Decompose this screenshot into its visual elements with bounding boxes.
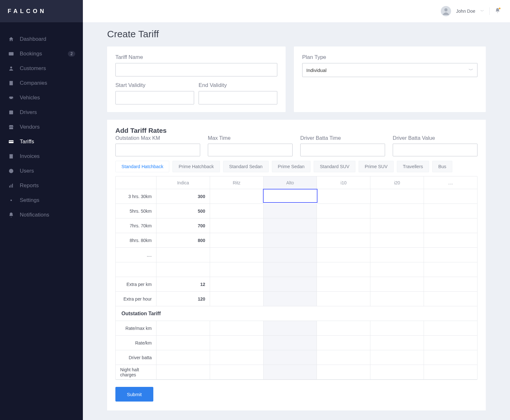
- table-cell[interactable]: [317, 277, 370, 292]
- table-cell[interactable]: 12: [157, 277, 210, 292]
- table-cell[interactable]: [264, 277, 317, 292]
- table-cell[interactable]: 500: [157, 204, 210, 218]
- tab-standard-suv[interactable]: Standard SUV: [314, 161, 355, 172]
- table-cell[interactable]: [424, 218, 477, 233]
- table-cell[interactable]: [157, 365, 210, 380]
- table-cell[interactable]: [317, 248, 370, 262]
- table-cell[interactable]: [370, 204, 424, 218]
- sidebar-item-invoices[interactable]: Invoices: [0, 149, 83, 164]
- table-cell[interactable]: 120: [157, 292, 210, 306]
- table-cell[interactable]: [424, 292, 477, 306]
- table-cell[interactable]: [424, 204, 477, 218]
- table-cell[interactable]: [370, 321, 424, 336]
- tab-standard-hatchback[interactable]: Standard Hatchback: [115, 161, 169, 172]
- submit-button[interactable]: Submit: [115, 387, 153, 402]
- table-cell[interactable]: 800: [157, 233, 210, 248]
- table-cell[interactable]: [157, 248, 210, 262]
- table-cell[interactable]: 700: [157, 218, 210, 233]
- table-cell[interactable]: [210, 248, 264, 262]
- table-cell[interactable]: [264, 218, 317, 233]
- table-cell[interactable]: [264, 350, 317, 365]
- table-cell[interactable]: [317, 292, 370, 306]
- table-cell[interactable]: [424, 277, 477, 292]
- table-cell[interactable]: [264, 336, 317, 350]
- table-cell[interactable]: [370, 336, 424, 350]
- table-cell[interactable]: [264, 365, 317, 380]
- outstation-km-input[interactable]: [115, 144, 200, 156]
- table-cell[interactable]: [210, 233, 264, 248]
- table-cell[interactable]: [157, 321, 210, 336]
- table-cell[interactable]: [370, 277, 424, 292]
- table-cell[interactable]: [210, 277, 264, 292]
- tab-prime-sedan[interactable]: Prime Sedan: [272, 161, 311, 172]
- table-cell[interactable]: [264, 262, 317, 277]
- sidebar-item-tariffs[interactable]: Tariffs: [0, 134, 83, 149]
- table-cell[interactable]: [264, 204, 317, 218]
- table-cell[interactable]: [210, 336, 264, 350]
- table-cell[interactable]: [210, 365, 264, 380]
- table-cell[interactable]: [370, 365, 424, 380]
- table-cell[interactable]: [370, 292, 424, 306]
- table-cell[interactable]: [317, 336, 370, 350]
- table-cell[interactable]: [264, 233, 317, 248]
- table-cell[interactable]: [424, 262, 477, 277]
- tariff-name-input[interactable]: [115, 63, 277, 76]
- chevron-down-icon[interactable]: ﹀: [480, 9, 484, 14]
- table-cell[interactable]: [424, 365, 477, 380]
- table-cell[interactable]: [210, 204, 264, 218]
- table-cell[interactable]: [210, 262, 264, 277]
- table-cell[interactable]: [317, 218, 370, 233]
- table-cell[interactable]: [424, 189, 477, 204]
- table-cell[interactable]: [210, 350, 264, 365]
- table-cell[interactable]: [157, 262, 210, 277]
- table-cell[interactable]: [264, 292, 317, 306]
- sidebar-item-bookings[interactable]: Bookings 2: [0, 46, 83, 61]
- sidebar-item-vendors[interactable]: Vendors: [0, 120, 83, 134]
- table-cell[interactable]: [424, 248, 477, 262]
- start-validity-input[interactable]: [115, 91, 194, 104]
- sidebar-item-reports[interactable]: Reports: [0, 178, 83, 193]
- table-cell[interactable]: [317, 262, 370, 277]
- table-cell[interactable]: [370, 233, 424, 248]
- batta-value-input[interactable]: [393, 144, 477, 156]
- table-cell[interactable]: [210, 218, 264, 233]
- table-cell[interactable]: [210, 189, 264, 204]
- table-cell[interactable]: [424, 321, 477, 336]
- tab-prime-suv[interactable]: Prime SUV: [359, 161, 394, 172]
- sidebar-item-settings[interactable]: Settings: [0, 193, 83, 208]
- sidebar-item-notifications[interactable]: Notifications: [0, 208, 83, 222]
- tab-prime-hatchback[interactable]: Prime Hatchback: [172, 161, 220, 172]
- batta-time-input[interactable]: [300, 144, 385, 156]
- table-cell[interactable]: [317, 321, 370, 336]
- sidebar-item-companies[interactable]: Companies: [0, 76, 83, 90]
- table-cell[interactable]: [157, 336, 210, 350]
- sidebar-item-dashboard[interactable]: Dashboard: [0, 32, 83, 46]
- max-time-input[interactable]: [208, 144, 293, 156]
- table-cell[interactable]: [370, 248, 424, 262]
- table-cell[interactable]: [264, 321, 317, 336]
- table-cell[interactable]: [424, 336, 477, 350]
- plan-type-select[interactable]: Individual ﹀: [302, 63, 477, 77]
- table-cell[interactable]: [263, 189, 317, 203]
- table-cell[interactable]: 300: [157, 189, 210, 204]
- table-cell[interactable]: [210, 321, 264, 336]
- table-cell[interactable]: [370, 262, 424, 277]
- table-cell[interactable]: [424, 350, 477, 365]
- table-cell[interactable]: [370, 350, 424, 365]
- notifications-button[interactable]: [495, 8, 500, 15]
- table-cell[interactable]: [317, 189, 371, 204]
- table-cell[interactable]: [317, 365, 370, 380]
- tab-bus[interactable]: Bus: [432, 161, 452, 172]
- tab-travellers[interactable]: Travellers: [397, 161, 429, 172]
- sidebar-item-customers[interactable]: Customers: [0, 61, 83, 76]
- sidebar-item-drivers[interactable]: Drivers: [0, 105, 83, 120]
- table-cell[interactable]: [317, 350, 370, 365]
- table-cell[interactable]: [317, 204, 370, 218]
- table-cell[interactable]: [157, 350, 210, 365]
- avatar[interactable]: [441, 6, 451, 16]
- table-cell[interactable]: [424, 233, 477, 248]
- tab-standard-sedan[interactable]: Standard Sedan: [223, 161, 269, 172]
- table-cell[interactable]: [264, 248, 317, 262]
- sidebar-item-users[interactable]: Users: [0, 164, 83, 178]
- table-cell[interactable]: [317, 233, 370, 248]
